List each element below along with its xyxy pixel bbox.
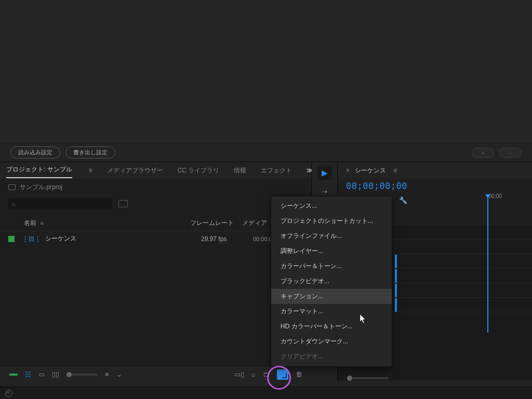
selection-tool[interactable]: ▶ bbox=[317, 166, 332, 180]
menu-sequence[interactable]: シーケンス... bbox=[271, 198, 392, 214]
menu-black-video[interactable]: ブラックビデオ... bbox=[271, 274, 392, 289]
menu-hd-bars-tone[interactable]: HD カラーバー＆トーン... bbox=[271, 319, 392, 334]
asset-name: シーケンス bbox=[45, 234, 201, 243]
menu-clear-video[interactable]: クリアビデオ... bbox=[271, 349, 392, 364]
column-framerate[interactable]: フレームレート bbox=[190, 219, 242, 228]
zoom-in-pill[interactable]: + bbox=[472, 148, 495, 158]
timeline-menu-icon[interactable]: ≡ bbox=[393, 167, 397, 174]
menu-caption[interactable]: キャプション... bbox=[271, 289, 392, 304]
status-bar bbox=[0, 387, 532, 399]
column-headers: 名前 ㅿ フレームレート メディア bbox=[0, 215, 311, 231]
main-area: プロジェクト: サンプル ≡ メディアブラウザー CC ライブラリ 情報 エフェ… bbox=[0, 162, 532, 380]
timeline-header: × シーケンス ≡ bbox=[338, 162, 532, 179]
ruler-label: ;00;00 bbox=[487, 193, 502, 199]
preview-area bbox=[0, 0, 532, 143]
track-indicator bbox=[395, 255, 397, 268]
track-select-icon: ⇢ bbox=[322, 188, 327, 195]
menu-adjustment-layer[interactable]: 調整レイヤー... bbox=[271, 244, 392, 259]
timeline-title: シーケンス bbox=[355, 166, 386, 175]
asset-fps: 29.97 fps bbox=[201, 235, 253, 243]
sequence-icon: ⋮⊟⋮ bbox=[22, 235, 41, 243]
tab-cc-library[interactable]: CC ライブラリ bbox=[178, 164, 220, 177]
arrow-icon: ▶ bbox=[322, 168, 328, 178]
tab-project[interactable]: プロジェクト: サンプル bbox=[6, 163, 72, 178]
playhead[interactable] bbox=[487, 197, 488, 332]
new-item-button[interactable] bbox=[277, 369, 288, 380]
label-color-icon[interactable] bbox=[9, 374, 18, 376]
sort-icon[interactable]: ≡ bbox=[105, 370, 109, 378]
filter-bin-icon[interactable] bbox=[118, 200, 128, 207]
menu-countdown[interactable]: カウントダウンマーク... bbox=[271, 334, 392, 349]
config-bar: 読み込み設定 書き出し設定 + - bbox=[0, 143, 532, 162]
project-filename-row: サンプル.prproj bbox=[0, 179, 311, 196]
asset-label-swatch bbox=[8, 236, 15, 242]
asset-row[interactable]: ⋮⊟⋮ シーケンス 29.97 fps 00;00;00;00 bbox=[0, 231, 311, 246]
list-view-icon[interactable]: ☷ bbox=[25, 370, 31, 378]
creative-cloud-icon[interactable] bbox=[5, 390, 12, 397]
project-filename: サンプル.prproj bbox=[20, 183, 62, 192]
delete-icon[interactable]: 🗑 bbox=[296, 370, 302, 378]
tab-info[interactable]: 情報 bbox=[234, 164, 246, 177]
search-icon: ⌕ bbox=[12, 200, 16, 207]
menu-project-shortcut[interactable]: プロジェクトのショートカット... bbox=[271, 214, 392, 229]
track-indicator bbox=[395, 269, 397, 283]
close-icon[interactable]: × bbox=[346, 167, 350, 174]
tab-media-browser[interactable]: メディアブラウザー bbox=[107, 164, 163, 177]
search-input[interactable]: ⌕ bbox=[8, 198, 112, 209]
project-panel: プロジェクト: サンプル ≡ メディアブラウザー CC ライブラリ 情報 エフェ… bbox=[0, 162, 312, 380]
panel-tabs: プロジェクト: サンプル ≡ メディアブラウザー CC ライブラリ 情報 エフェ… bbox=[0, 162, 311, 179]
new-bin-icon[interactable]: 🗀 bbox=[263, 370, 270, 378]
track-indicator bbox=[395, 298, 397, 312]
import-settings-button[interactable]: 読み込み設定 bbox=[10, 147, 60, 158]
zoom-out-pill[interactable]: - bbox=[499, 148, 522, 158]
column-name[interactable]: 名前 ㅿ bbox=[8, 219, 190, 228]
settings-icon[interactable]: 🔧 bbox=[399, 196, 407, 204]
menu-color-matte[interactable]: カラーマット... bbox=[271, 304, 392, 319]
find-icon[interactable]: ⌕ bbox=[251, 370, 256, 378]
menu-bars-tone[interactable]: カラーバー＆トーン... bbox=[271, 259, 392, 274]
timeline-ruler[interactable]: ;00;00 bbox=[487, 188, 532, 204]
timeline-zoom-slider[interactable] bbox=[347, 377, 389, 379]
track-indicator bbox=[395, 284, 397, 297]
tab-effects[interactable]: エフェクト bbox=[261, 164, 292, 177]
search-row: ⌕ 1 項目 bbox=[0, 196, 311, 211]
thumbnail-slider[interactable] bbox=[66, 374, 98, 376]
new-item-context-menu: シーケンス... プロジェクトのショートカット... オフラインファイル... … bbox=[271, 196, 392, 367]
menu-offline-file[interactable]: オフラインファイル... bbox=[271, 229, 392, 244]
automate-icon[interactable]: ▭▯ bbox=[234, 370, 244, 378]
sort-arrow-icon: ㅿ bbox=[39, 220, 45, 227]
icon-view-icon[interactable]: ▭ bbox=[38, 370, 45, 378]
project-bottom-toolbar: ☷ ▭ ▯▯ ≡ ⌄ ▭▯ ⌕ 🗀 🗑 bbox=[0, 366, 312, 382]
sort-dropdown-icon[interactable]: ⌄ bbox=[116, 370, 122, 378]
tab-menu-icon[interactable]: ≡ bbox=[89, 167, 92, 174]
bin-icon bbox=[8, 184, 16, 190]
export-settings-button[interactable]: 書き出し設定 bbox=[65, 147, 115, 158]
freeform-view-icon[interactable]: ▯▯ bbox=[52, 370, 59, 378]
